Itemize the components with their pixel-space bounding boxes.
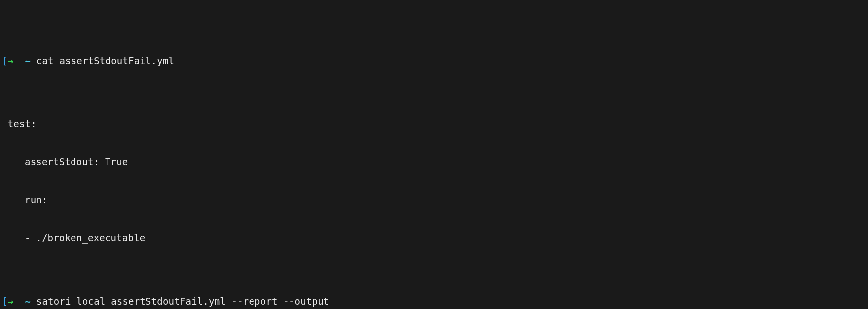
- yaml-line-run: run:: [2, 194, 866, 207]
- yaml-line-assert: assertStdout: True: [2, 156, 866, 169]
- prompt-line-1: [→ ~ cat assertStdoutFail.yml: [2, 55, 866, 68]
- yaml-line-run-item: - ./broken_executable: [2, 232, 866, 245]
- command-1: cat assertStdoutFail.yml: [36, 55, 174, 66]
- yaml-line-test: test:: [2, 118, 866, 131]
- terminal[interactable]: [→ ~ cat assertStdoutFail.yml test: asse…: [2, 4, 866, 309]
- prompt-line-2: [→ ~ satori local assertStdoutFail.yml -…: [2, 295, 866, 308]
- command-2: satori local assertStdoutFail.yml --repo…: [36, 296, 329, 307]
